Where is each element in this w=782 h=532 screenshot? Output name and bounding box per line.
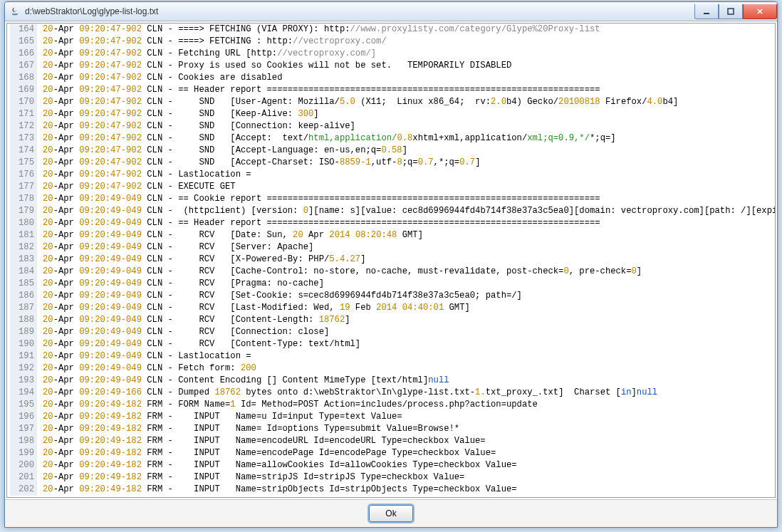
- log-line: 18420-Apr 09:20:49-049 CLN - RCV [Cache-…: [7, 266, 775, 278]
- log-line: 18820-Apr 09:20:49-049 CLN - RCV [Conten…: [7, 314, 775, 326]
- log-viewport[interactable]: 16420-Apr 09:20:47-902 CLN - ====> FETCH…: [7, 24, 775, 497]
- log-line: 16520-Apr 09:20:47-902 CLN - ====> FETCH…: [7, 36, 775, 48]
- log-line: 16820-Apr 09:20:47-902 CLN - Cookies are…: [7, 72, 775, 84]
- log-line: 19820-Apr 09:20:49-182 FRM - INPUT Name=…: [7, 435, 775, 447]
- log-line: 19120-Apr 09:20:49-049 CLN - Lastlocatio…: [7, 350, 775, 363]
- svg-rect-1: [728, 9, 734, 14]
- log-panel: 16420-Apr 09:20:47-902 CLN - ====> FETCH…: [6, 23, 776, 498]
- log-line: 19720-Apr 09:20:49-182 FRM - INPUT Name=…: [7, 423, 775, 435]
- log-line: 18220-Apr 09:20:49-049 CLN - RCV [Server…: [7, 241, 775, 254]
- minimize-button[interactable]: [694, 4, 719, 19]
- log-line: 19320-Apr 09:20:49-049 CLN - Content Enc…: [7, 375, 775, 387]
- footer: Ok: [5, 499, 777, 527]
- maximize-button[interactable]: [719, 4, 743, 19]
- log-line: 17220-Apr 09:20:47-902 CLN - SND [Connec…: [7, 120, 775, 132]
- app-window: d:\webStraktor\Log\glype-list-log.txt 16…: [4, 1, 778, 528]
- log-line: 18320-Apr 09:20:49-049 CLN - RCV [X-Powe…: [7, 254, 775, 266]
- log-line: 17320-Apr 09:20:47-902 CLN - SND [Accept…: [7, 132, 775, 145]
- log-line: 19920-Apr 09:20:49-182 FRM - INPUT Name=…: [7, 447, 775, 459]
- log-line: 18920-Apr 09:20:49-049 CLN - RCV [Connec…: [7, 326, 775, 338]
- log-line: 20120-Apr 09:20:49-182 FRM - INPUT Name=…: [7, 471, 775, 484]
- log-line: 17720-Apr 09:20:47-902 CLN - EXECUTE GET: [7, 181, 775, 193]
- log-line: 19420-Apr 09:20:49-166 CLN - Dumped 1876…: [7, 387, 775, 399]
- log-line: 17620-Apr 09:20:47-902 CLN - Lastlocatio…: [7, 169, 775, 181]
- window-title: d:\webStraktor\Log\glype-list-log.txt: [25, 6, 158, 16]
- log-line: 18520-Apr 09:20:49-049 CLN - RCV [Pragma…: [7, 278, 775, 290]
- ok-button[interactable]: Ok: [369, 505, 412, 522]
- log-line: 17020-Apr 09:20:47-902 CLN - SND [User-A…: [7, 96, 775, 108]
- log-line: 18020-Apr 09:20:49-049 CLN - == Header r…: [7, 217, 775, 229]
- log-line: 17920-Apr 09:20:49-049 CLN - (httpclient…: [7, 205, 775, 217]
- titlebar[interactable]: d:\webStraktor\Log\glype-list-log.txt: [5, 2, 777, 21]
- close-button[interactable]: [743, 4, 777, 19]
- svg-rect-0: [704, 13, 709, 14]
- log-line: 20220-Apr 09:20:49-182 FRM - INPUT Name=…: [7, 484, 775, 496]
- log-line: 16420-Apr 09:20:47-902 CLN - ====> FETCH…: [7, 24, 775, 36]
- log-line: 19020-Apr 09:20:49-049 CLN - RCV [Conten…: [7, 338, 775, 350]
- log-line: 16720-Apr 09:20:47-902 CLN - Proxy is us…: [7, 60, 775, 72]
- window-body: 16420-Apr 09:20:47-902 CLN - ====> FETCH…: [5, 21, 777, 527]
- log-line: 19520-Apr 09:20:49-182 FRM - FORM Name=1…: [7, 399, 775, 411]
- log-line: 18120-Apr 09:20:49-049 CLN - RCV [Date: …: [7, 229, 775, 241]
- log-line: 19620-Apr 09:20:49-182 FRM - INPUT Name=…: [7, 411, 775, 423]
- log-line: 16620-Apr 09:20:47-902 CLN - Fetching UR…: [7, 48, 775, 60]
- java-icon: [9, 6, 21, 17]
- log-line: 17420-Apr 09:20:47-902 CLN - SND [Accept…: [7, 145, 775, 157]
- log-line: 17520-Apr 09:20:47-902 CLN - SND [Accept…: [7, 157, 775, 169]
- log-line: 20020-Apr 09:20:49-182 FRM - INPUT Name=…: [7, 459, 775, 471]
- log-line: 17120-Apr 09:20:47-902 CLN - SND [Keep-A…: [7, 108, 775, 120]
- log-line: 19220-Apr 09:20:49-049 CLN - Fetch form:…: [7, 363, 775, 375]
- window-buttons: [694, 4, 777, 19]
- log-line: 17820-Apr 09:20:49-049 CLN - == Cookie r…: [7, 193, 775, 205]
- log-line: 18720-Apr 09:20:49-049 CLN - RCV [Last-M…: [7, 302, 775, 314]
- log-line: 18620-Apr 09:20:49-049 CLN - RCV [Set-Co…: [7, 290, 775, 302]
- log-line: 16920-Apr 09:20:47-902 CLN - == Header r…: [7, 84, 775, 96]
